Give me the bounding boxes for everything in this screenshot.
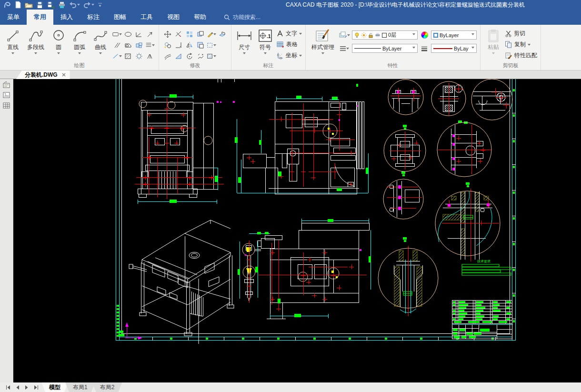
chevron-down-icon[interactable] (321, 52, 324, 56)
close-icon[interactable] (62, 73, 66, 77)
chevron-down-icon[interactable] (347, 34, 350, 38)
chevron-down-icon[interactable] (213, 55, 216, 59)
chevron-down-icon[interactable] (528, 44, 531, 47)
match-properties-button[interactable]: 特性匹配 (505, 50, 537, 60)
chevron-down-icon[interactable] (346, 48, 349, 51)
text-tool-icon[interactable] (145, 51, 155, 61)
chevron-down-icon[interactable] (264, 52, 267, 56)
chevron-down-icon[interactable] (119, 55, 122, 59)
undo-icon[interactable] (69, 1, 77, 8)
lineweight-select[interactable]: ByLay (431, 44, 477, 53)
copy-button[interactable]: 复制 (505, 40, 537, 50)
offset-tool-icon[interactable] (163, 51, 172, 61)
color-wheel-icon[interactable] (420, 30, 429, 40)
mirror-tool-icon[interactable] (185, 40, 194, 50)
curve-button[interactable]: 曲线 (90, 26, 111, 56)
ellipse-tool-icon[interactable] (123, 29, 133, 40)
drawing-canvas[interactable]: 技术要求 (13, 79, 581, 382)
line-button[interactable]: 直线 (2, 26, 23, 56)
sheet-tab-model[interactable]: 模型 (41, 382, 68, 392)
extend-tool-icon[interactable] (174, 40, 183, 50)
axis-line-tool-icon[interactable] (112, 51, 122, 61)
tab-sheet[interactable]: 图幅 (107, 10, 133, 25)
text-button[interactable]: 文字 (277, 29, 302, 39)
chevron-down-icon[interactable] (299, 55, 302, 58)
break-tool-icon[interactable] (207, 40, 216, 50)
side-toolbar-icon-a[interactable] (2, 80, 11, 89)
copy-tool-icon[interactable] (163, 40, 172, 50)
cut-button[interactable]: 剪切 (505, 29, 537, 39)
polyline-button[interactable]: 多段线 (23, 26, 48, 56)
print-icon[interactable] (58, 1, 66, 9)
chevron-down-icon[interactable] (78, 52, 81, 56)
block-tool-icon[interactable] (134, 40, 144, 50)
chevron-down-icon[interactable] (243, 52, 246, 56)
layer-tool-icon[interactable] (339, 30, 350, 40)
paste-button[interactable]: 粘贴 (483, 26, 504, 56)
new-file-icon[interactable] (14, 1, 21, 9)
save-icon[interactable] (36, 1, 43, 9)
move-tool-icon[interactable] (163, 29, 172, 40)
hatch-edit-tool-icon[interactable] (207, 51, 216, 61)
image-tool-icon[interactable] (145, 40, 155, 50)
chevron-down-icon[interactable] (119, 33, 122, 37)
style-manager-button[interactable]: 样式管理 (308, 26, 338, 56)
tab-common[interactable]: 常用 (27, 10, 53, 25)
layer-select[interactable]: 0层 (352, 30, 418, 40)
chevron-down-icon[interactable] (299, 33, 302, 36)
tab-dimension[interactable]: 标注 (80, 10, 107, 25)
erase-tool-icon[interactable] (207, 29, 216, 40)
trim-tool-icon[interactable] (174, 29, 183, 40)
document-tab[interactable]: 分装机.DWG (16, 70, 70, 79)
chevron-down-icon[interactable] (91, 4, 94, 7)
tab-insert[interactable]: 插入 (53, 10, 80, 25)
chevron-down-icon[interactable] (34, 52, 37, 56)
stretch-tool-icon[interactable] (196, 29, 205, 40)
chevron-down-icon[interactable] (471, 47, 474, 50)
dimension-button[interactable]: 尺寸 (234, 26, 255, 56)
side-toolbar-icon-c[interactable] (2, 101, 11, 110)
customize-toolbar-icon[interactable] (98, 2, 102, 8)
circle-button[interactable]: 圆 (48, 26, 69, 56)
chevron-down-icon[interactable] (57, 52, 60, 56)
first-sheet-icon[interactable] (6, 385, 10, 390)
rectangle-tool-icon[interactable] (112, 29, 122, 40)
chevron-down-icon[interactable] (77, 4, 80, 7)
previous-sheet-icon[interactable] (16, 385, 20, 390)
chevron-down-icon[interactable] (152, 44, 155, 48)
table-button[interactable]: 表格 (277, 40, 302, 50)
chevron-down-icon[interactable] (412, 47, 415, 50)
pointer-arrow-tool-icon[interactable] (145, 29, 155, 40)
side-toolbar-icon-b[interactable] (2, 91, 11, 100)
next-sheet-icon[interactable] (25, 385, 29, 390)
gear-tool-icon[interactable] (134, 51, 144, 61)
save-as-icon[interactable] (47, 1, 55, 9)
angle-line-tool-icon[interactable] (134, 29, 144, 40)
fillet-tool-icon[interactable] (196, 40, 205, 50)
scale-tool-icon[interactable] (174, 51, 183, 61)
sheet-tab-layout2[interactable]: 布局2 (92, 382, 122, 392)
chevron-down-icon[interactable] (492, 52, 495, 56)
coordinate-button[interactable]: 坐标 (277, 50, 302, 60)
array-tool-icon[interactable] (185, 29, 194, 40)
chevron-down-icon[interactable] (471, 33, 474, 37)
chevron-down-icon[interactable] (213, 44, 216, 48)
last-sheet-icon[interactable] (34, 385, 39, 390)
rotate-tool-icon[interactable] (185, 51, 194, 61)
parallel-line-tool-icon[interactable] (112, 40, 122, 50)
function-search[interactable]: 功能搜索... (224, 10, 260, 25)
tab-view[interactable]: 视图 (160, 10, 187, 25)
tab-help[interactable]: 帮助 (187, 10, 213, 25)
tab-menu[interactable]: 菜单 (0, 10, 27, 25)
chevron-down-icon[interactable] (213, 33, 216, 37)
open-file-icon[interactable] (25, 1, 33, 9)
explode-tool-icon[interactable] (196, 51, 205, 61)
arc-button[interactable]: 圆弧 (69, 26, 90, 56)
tab-tools[interactable]: 工具 (133, 10, 160, 25)
color-select[interactable]: ByLayer (431, 30, 477, 40)
polygon-tool-icon[interactable] (123, 40, 133, 50)
redo-icon[interactable] (83, 1, 91, 8)
chevron-down-icon[interactable] (99, 52, 102, 56)
drawing-area[interactable]: 技术要求 (13, 79, 581, 382)
symbol-button[interactable]: .1 符号 (255, 26, 276, 56)
